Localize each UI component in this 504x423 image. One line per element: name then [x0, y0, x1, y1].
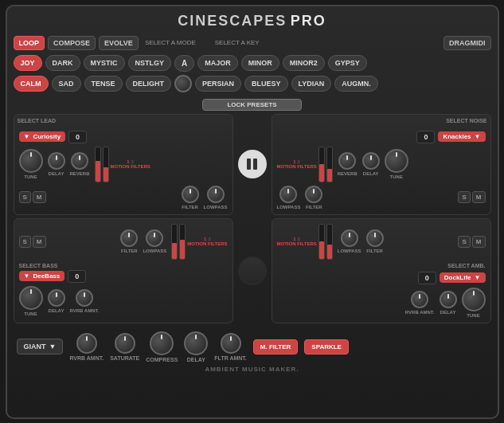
evolve-button[interactable]: EVOLVE	[99, 36, 139, 50]
noise-knob-row: 1 2 MOTION FILTERS REVERB DELAY	[277, 147, 486, 182]
key-gypsy-btn[interactable]: GYPSY	[328, 55, 367, 71]
lead-filter-knob[interactable]	[182, 186, 199, 203]
amb-s-btn[interactable]: S	[458, 236, 470, 248]
bass-tune-knob[interactable]	[19, 286, 43, 310]
fltr-amnt-knob[interactable]	[221, 333, 241, 354]
scale-mystic-btn[interactable]: MYSTIC	[84, 55, 125, 71]
bass-rvrb-knob[interactable]	[76, 289, 93, 307]
bass-s-btn[interactable]: S	[19, 236, 31, 248]
bass-filter-knob[interactable]	[120, 229, 138, 247]
lead-delay-knob[interactable]	[48, 152, 65, 170]
lead-fader-1[interactable]	[95, 147, 101, 182]
lead-reverb-knob[interactable]	[71, 152, 88, 170]
noise-tune-knob[interactable]	[385, 149, 408, 173]
bass-delay-knob[interactable]	[48, 289, 65, 307]
scale-indicator[interactable]	[174, 75, 192, 92]
noise-fader-1[interactable]	[318, 147, 325, 182]
bass-lowpass-knob[interactable]	[146, 229, 163, 247]
amb-tune-knob[interactable]	[462, 288, 486, 311]
bass-channel-label[interactable]: ▼ DeeBass	[19, 271, 65, 281]
noise-m-btn[interactable]: M	[472, 191, 486, 203]
amb-tune-label: TUNE	[467, 313, 479, 318]
sparkle-button[interactable]: SPARKLE	[304, 339, 349, 354]
noise-channel-label[interactable]: Knackles ▼	[438, 131, 485, 142]
lead-lowpass-label: LOWPASS	[204, 205, 228, 210]
preset-select[interactable]: GIANT ▼	[17, 339, 64, 354]
noise-reverb-knob[interactable]	[338, 152, 356, 170]
fltr-amnt-group: FLTR AMNT.	[214, 333, 246, 361]
lead-s-btn[interactable]: S	[19, 191, 31, 203]
lead-channel-label[interactable]: ▼ Curiosity	[19, 131, 66, 142]
bass-filter-group: FILTER	[120, 229, 138, 253]
amb-lowpass-group: LOWPASS	[338, 229, 361, 253]
key-minor2-btn[interactable]: MINOR2	[283, 55, 325, 71]
bass-fader-2[interactable]	[179, 224, 186, 260]
key-bluesy-btn[interactable]: BLUESY	[244, 76, 288, 92]
dragmidi-button[interactable]: DRAGMIDI	[443, 36, 491, 50]
noise-reverb-group: REVERB	[338, 152, 357, 176]
scale-calm-btn[interactable]: CALM	[14, 76, 49, 92]
delay-knob[interactable]	[184, 331, 208, 355]
key-a-btn[interactable]: A	[174, 55, 194, 72]
saturate-knob[interactable]	[115, 333, 135, 354]
scale-nstlgy-btn[interactable]: NSTLGY	[128, 55, 172, 71]
lead-m-btn[interactable]: M	[33, 191, 46, 203]
key-lydian-btn[interactable]: LYDIAN	[291, 76, 332, 92]
lock-presets-button[interactable]: LOCK PRESETS	[202, 99, 301, 111]
lead-tune-knob[interactable]	[19, 149, 43, 173]
bass-fader-1[interactable]	[171, 224, 178, 260]
lead-reverb-knob-group: REVERB	[70, 152, 90, 176]
amb-rvrb-knob[interactable]	[411, 291, 428, 308]
rvrb-amnt-knob[interactable]	[76, 333, 97, 354]
lead-lowpass-knob[interactable]	[207, 186, 225, 203]
noise-tune-group: TUNE	[385, 149, 408, 179]
amb-delay-knob[interactable]	[440, 291, 457, 308]
scale-joy-btn[interactable]: JOY	[14, 55, 42, 71]
compress-knob[interactable]	[150, 331, 174, 355]
amb-lowpass-label: LOWPASS	[338, 249, 361, 253]
app-title-pro: PRO	[291, 13, 326, 29]
key-augmn-btn[interactable]: AUGMN.	[334, 76, 378, 92]
app-title: CINESCAPES	[178, 13, 287, 29]
noise-fader-2[interactable]	[326, 147, 333, 182]
saturate-label: SATURATE	[110, 355, 139, 361]
pause-bar-2	[253, 159, 257, 170]
top-controls: LOOP COMPOSE EVOLVE SELECT A MODE SELECT…	[14, 36, 491, 50]
lead-motion-label: MOTION FILTERS	[111, 164, 150, 169]
bass-sm-buttons: S M	[19, 236, 46, 248]
bass-panel: S M FILTER LOWPASS	[14, 218, 233, 323]
noise-s-btn[interactable]: S	[458, 191, 470, 203]
amb-m-btn[interactable]: M	[472, 236, 486, 248]
key-persian-btn[interactable]: PERSIAN	[195, 76, 241, 92]
amb-lowpass-knob[interactable]	[341, 229, 358, 247]
noise-filter-group: FILTER	[305, 186, 322, 210]
bass-tune-label: TUNE	[24, 311, 37, 316]
scale-delight-btn[interactable]: DELIGHT	[126, 76, 172, 92]
select-mode-label: SELECT A MODE	[145, 39, 196, 46]
amb-filter-label: FILTER	[366, 249, 383, 253]
key-minor-btn[interactable]: MINOR	[241, 55, 279, 71]
noise-delay-label: DELAY	[363, 171, 379, 176]
amb-channel-label[interactable]: DockLife ▼	[440, 272, 486, 283]
noise-lowpass-knob[interactable]	[279, 186, 297, 203]
noise-filter-knob[interactable]	[305, 186, 322, 203]
noise-tune-label: TUNE	[390, 174, 403, 179]
scale-row-2: CALM SAD TENSE DELIGHT PERSIAN BLUESY LY…	[14, 75, 491, 92]
scale-sad-btn[interactable]: SAD	[52, 76, 81, 92]
noise-motion-filters: 1 2 MOTION FILTERS	[277, 159, 317, 169]
m-filter-button[interactable]: M. FILTER	[253, 339, 299, 354]
scale-dark-btn[interactable]: DARK	[45, 55, 80, 71]
bass-m-btn[interactable]: M	[33, 236, 46, 248]
amb-upper-knobs: 1 2 MOTION FILTERS LOWPASS	[277, 224, 384, 260]
scale-tense-btn[interactable]: TENSE	[84, 76, 123, 92]
lead-fader-2[interactable]	[103, 147, 109, 182]
compose-button[interactable]: COMPOSE	[48, 36, 96, 50]
amb-filter-knob[interactable]	[366, 229, 384, 247]
key-major-btn[interactable]: MAJOR	[197, 55, 238, 71]
pause-button[interactable]	[238, 150, 267, 178]
bass-tune-group: TUNE	[19, 286, 43, 316]
loop-button[interactable]: LOOP	[14, 36, 45, 50]
noise-delay-knob[interactable]	[362, 152, 380, 170]
amb-fader-1[interactable]	[318, 224, 325, 260]
amb-fader-2[interactable]	[326, 224, 333, 260]
